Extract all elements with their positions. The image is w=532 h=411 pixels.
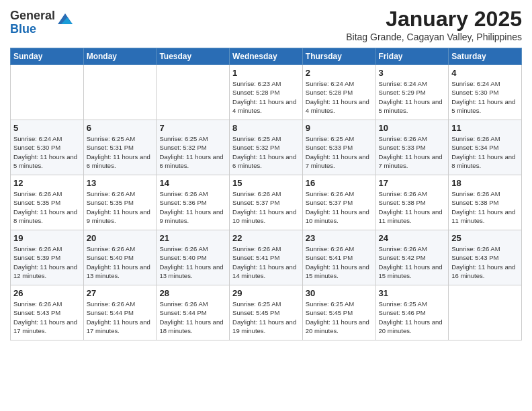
day-cell-3-0: 19Sunrise: 6:26 AM Sunset: 5:39 PM Dayli… xyxy=(11,230,84,285)
day-info: Sunrise: 6:26 AM Sunset: 5:38 PM Dayligh… xyxy=(451,189,519,225)
day-number: 17 xyxy=(379,178,446,188)
day-cell-1-2: 7Sunrise: 6:25 AM Sunset: 5:32 PM Daylig… xyxy=(157,120,230,175)
header-saturday: Saturday xyxy=(449,48,522,65)
day-info: Sunrise: 6:25 AM Sunset: 5:32 PM Dayligh… xyxy=(159,134,226,170)
day-info: Sunrise: 6:26 AM Sunset: 5:40 PM Dayligh… xyxy=(87,244,154,280)
logo: General Blue xyxy=(10,9,73,36)
day-number: 13 xyxy=(87,178,154,188)
day-info: Sunrise: 6:26 AM Sunset: 5:35 PM Dayligh… xyxy=(87,189,154,225)
day-number: 30 xyxy=(306,288,373,298)
day-cell-4-3: 29Sunrise: 6:25 AM Sunset: 5:45 PM Dayli… xyxy=(230,285,303,340)
day-cell-0-4: 2Sunrise: 6:24 AM Sunset: 5:28 PM Daylig… xyxy=(302,65,375,120)
logo-icon xyxy=(58,12,73,27)
logo-text: General Blue xyxy=(10,9,55,36)
day-number: 27 xyxy=(87,288,154,298)
day-number: 23 xyxy=(306,233,373,243)
day-cell-3-6: 25Sunrise: 6:26 AM Sunset: 5:43 PM Dayli… xyxy=(449,230,522,285)
day-number: 8 xyxy=(232,123,300,133)
header: General Blue January 2025 Bitag Grande, … xyxy=(10,7,522,42)
page: General Blue January 2025 Bitag Grande, … xyxy=(0,0,532,411)
day-number: 14 xyxy=(159,178,226,188)
day-info: Sunrise: 6:25 AM Sunset: 5:45 PM Dayligh… xyxy=(232,300,300,335)
week-row-5: 26Sunrise: 6:26 AM Sunset: 5:43 PM Dayli… xyxy=(11,285,522,340)
day-cell-2-6: 18Sunrise: 6:26 AM Sunset: 5:38 PM Dayli… xyxy=(449,175,522,230)
day-info: Sunrise: 6:26 AM Sunset: 5:41 PM Dayligh… xyxy=(232,244,300,280)
header-friday: Friday xyxy=(375,48,449,65)
week-row-2: 5Sunrise: 6:24 AM Sunset: 5:30 PM Daylig… xyxy=(11,120,522,175)
weekday-header-row: Sunday Monday Tuesday Wednesday Thursday… xyxy=(11,48,522,65)
day-info: Sunrise: 6:26 AM Sunset: 5:43 PM Dayligh… xyxy=(451,244,519,280)
day-info: Sunrise: 6:26 AM Sunset: 5:42 PM Dayligh… xyxy=(379,244,446,280)
day-number: 15 xyxy=(232,178,300,188)
day-number: 20 xyxy=(87,233,154,243)
day-cell-1-0: 5Sunrise: 6:24 AM Sunset: 5:30 PM Daylig… xyxy=(11,120,84,175)
day-info: Sunrise: 6:26 AM Sunset: 5:33 PM Dayligh… xyxy=(379,134,446,170)
day-info: Sunrise: 6:26 AM Sunset: 5:44 PM Dayligh… xyxy=(87,300,154,335)
day-info: Sunrise: 6:25 AM Sunset: 5:31 PM Dayligh… xyxy=(87,134,154,170)
day-info: Sunrise: 6:23 AM Sunset: 5:28 PM Dayligh… xyxy=(232,79,300,115)
header-tuesday: Tuesday xyxy=(157,48,230,65)
month-title: January 2025 xyxy=(346,7,522,32)
day-cell-2-3: 15Sunrise: 6:26 AM Sunset: 5:37 PM Dayli… xyxy=(230,175,303,230)
week-row-3: 12Sunrise: 6:26 AM Sunset: 5:35 PM Dayli… xyxy=(11,175,522,230)
day-cell-4-1: 27Sunrise: 6:26 AM Sunset: 5:44 PM Dayli… xyxy=(83,285,157,340)
day-info: Sunrise: 6:26 AM Sunset: 5:40 PM Dayligh… xyxy=(159,244,226,280)
header-monday: Monday xyxy=(83,48,157,65)
day-cell-0-5: 3Sunrise: 6:24 AM Sunset: 5:29 PM Daylig… xyxy=(375,65,449,120)
day-number: 6 xyxy=(87,123,154,133)
day-number: 21 xyxy=(159,233,226,243)
day-cell-2-4: 16Sunrise: 6:26 AM Sunset: 5:37 PM Dayli… xyxy=(302,175,375,230)
day-cell-0-0 xyxy=(11,65,84,120)
day-number: 29 xyxy=(232,288,300,298)
logo-general: General xyxy=(10,9,55,23)
day-number: 3 xyxy=(379,68,446,78)
day-info: Sunrise: 6:26 AM Sunset: 5:34 PM Dayligh… xyxy=(451,134,519,170)
day-cell-1-4: 9Sunrise: 6:25 AM Sunset: 5:33 PM Daylig… xyxy=(302,120,375,175)
day-info: Sunrise: 6:25 AM Sunset: 5:45 PM Dayligh… xyxy=(306,300,373,335)
day-cell-0-1 xyxy=(83,65,157,120)
day-info: Sunrise: 6:25 AM Sunset: 5:32 PM Dayligh… xyxy=(232,134,300,170)
day-cell-3-3: 22Sunrise: 6:26 AM Sunset: 5:41 PM Dayli… xyxy=(230,230,303,285)
day-number: 1 xyxy=(232,68,300,78)
week-row-4: 19Sunrise: 6:26 AM Sunset: 5:39 PM Dayli… xyxy=(11,230,522,285)
day-cell-2-1: 13Sunrise: 6:26 AM Sunset: 5:35 PM Dayli… xyxy=(83,175,157,230)
day-info: Sunrise: 6:26 AM Sunset: 5:39 PM Dayligh… xyxy=(13,244,81,280)
day-number: 16 xyxy=(306,178,373,188)
logo-blue: Blue xyxy=(10,23,55,36)
day-info: Sunrise: 6:25 AM Sunset: 5:33 PM Dayligh… xyxy=(306,134,373,170)
header-thursday: Thursday xyxy=(302,48,375,65)
day-number: 24 xyxy=(379,233,446,243)
day-number: 12 xyxy=(13,178,81,188)
day-cell-2-2: 14Sunrise: 6:26 AM Sunset: 5:36 PM Dayli… xyxy=(157,175,230,230)
day-cell-4-2: 28Sunrise: 6:26 AM Sunset: 5:44 PM Dayli… xyxy=(157,285,230,340)
day-cell-3-1: 20Sunrise: 6:26 AM Sunset: 5:40 PM Dayli… xyxy=(83,230,157,285)
day-number: 26 xyxy=(13,288,81,298)
day-number: 11 xyxy=(451,123,519,133)
header-wednesday: Wednesday xyxy=(230,48,303,65)
day-number: 18 xyxy=(451,178,519,188)
title-block: January 2025 Bitag Grande, Cagayan Valle… xyxy=(346,7,522,42)
day-info: Sunrise: 6:26 AM Sunset: 5:44 PM Dayligh… xyxy=(159,300,226,335)
day-cell-4-4: 30Sunrise: 6:25 AM Sunset: 5:45 PM Dayli… xyxy=(302,285,375,340)
day-info: Sunrise: 6:26 AM Sunset: 5:35 PM Dayligh… xyxy=(13,189,81,225)
day-number: 10 xyxy=(379,123,446,133)
day-info: Sunrise: 6:24 AM Sunset: 5:30 PM Dayligh… xyxy=(451,79,519,115)
day-info: Sunrise: 6:24 AM Sunset: 5:30 PM Dayligh… xyxy=(13,134,81,170)
day-number: 25 xyxy=(451,233,519,243)
day-info: Sunrise: 6:26 AM Sunset: 5:37 PM Dayligh… xyxy=(306,189,373,225)
day-cell-4-0: 26Sunrise: 6:26 AM Sunset: 5:43 PM Dayli… xyxy=(11,285,84,340)
day-cell-0-2 xyxy=(157,65,230,120)
day-number: 4 xyxy=(451,68,519,78)
header-sunday: Sunday xyxy=(11,48,84,65)
calendar-table: Sunday Monday Tuesday Wednesday Thursday… xyxy=(10,48,522,340)
day-number: 28 xyxy=(159,288,226,298)
day-number: 5 xyxy=(13,123,81,133)
day-cell-4-6 xyxy=(449,285,522,340)
day-info: Sunrise: 6:26 AM Sunset: 5:37 PM Dayligh… xyxy=(232,189,300,225)
day-info: Sunrise: 6:25 AM Sunset: 5:46 PM Dayligh… xyxy=(379,300,446,335)
day-cell-0-3: 1Sunrise: 6:23 AM Sunset: 5:28 PM Daylig… xyxy=(230,65,303,120)
day-number: 9 xyxy=(306,123,373,133)
day-number: 22 xyxy=(232,233,300,243)
day-number: 2 xyxy=(306,68,373,78)
day-cell-3-2: 21Sunrise: 6:26 AM Sunset: 5:40 PM Dayli… xyxy=(157,230,230,285)
